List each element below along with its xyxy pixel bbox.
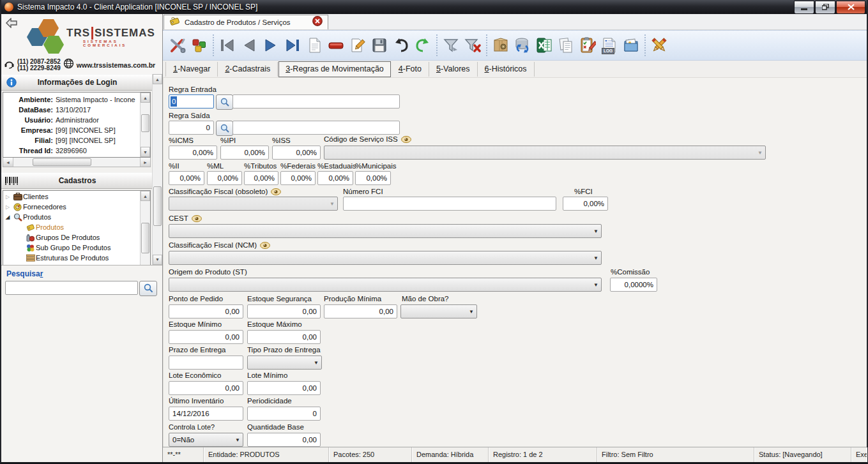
previous-record-icon[interactable] [238,34,260,57]
icms-input[interactable] [169,146,217,160]
lote-economico-input[interactable] [169,381,243,395]
regra-entrada-code-input[interactable]: 0 [169,94,214,109]
sidebar-scrollbar[interactable]: ▲ ▼ [152,74,162,265]
estoque-maximo-input[interactable] [247,330,321,344]
quantidade-base-input[interactable] [247,433,321,447]
copy-icon[interactable] [555,34,577,57]
section-cadastros[interactable]: Cadastros [1,172,152,189]
components-icon[interactable] [188,34,210,57]
tab-historicos[interactable]: 6-Históricos [478,62,535,77]
tree-item-sub-grupo-de-produtos[interactable]: Sub Grupo De Produtos [3,243,140,253]
expand-icon[interactable]: ▷ [3,204,12,210]
restore-button[interactable] [815,1,835,14]
tools-icon[interactable] [167,34,188,57]
comissao-input[interactable] [610,278,657,292]
last-record-icon[interactable] [282,34,303,57]
expand-icon[interactable]: ▷ [3,194,12,200]
ipi-input[interactable] [220,146,269,160]
scroll-up-icon[interactable]: ▲ [141,191,150,201]
tree-item-produtos[interactable]: Produtos [3,222,140,232]
design-icon[interactable] [648,34,670,57]
login-panel-scrollbar[interactable]: ▲ ▼ [140,93,150,157]
minimize-button[interactable] [794,1,814,14]
back-arrow-icon[interactable] [6,18,17,31]
search-input[interactable] [5,281,138,295]
attachments-icon[interactable] [620,34,642,57]
prazo-entrega-input[interactable] [169,355,243,370]
refresh-database-icon[interactable] [512,34,533,57]
scroll-down-icon[interactable]: ▼ [141,147,150,157]
search-label[interactable]: Pesquisar [6,269,157,278]
redo-icon[interactable] [412,34,434,57]
login-info-header[interactable]: Informações de Login [1,74,152,91]
numero-fci-input[interactable] [343,197,556,211]
ultimo-inventario-input[interactable] [169,407,243,421]
collapse-icon[interactable]: ◢ [3,214,12,220]
regra-entrada-lookup-button[interactable] [216,94,233,110]
first-record-icon[interactable] [217,34,238,57]
periodicidade-input[interactable] [247,407,321,421]
tree-item-produtos-group[interactable]: ◢ Produtos [3,212,140,222]
login-panel-hscrollbar[interactable]: ◄ ► [3,158,151,167]
export-excel-icon[interactable] [533,34,555,57]
origem-produto-select[interactable]: ▼ [169,278,602,292]
scroll-up-icon[interactable]: ▲ [153,74,162,84]
undo-icon[interactable] [390,34,412,57]
iss-input[interactable] [272,146,321,160]
fci-input[interactable] [563,197,608,211]
tab-navegar[interactable]: 1-Navegar [165,62,218,77]
municipais-input[interactable] [355,171,391,185]
tributos-input[interactable] [244,171,278,185]
tab-close-icon[interactable] [312,16,323,29]
tree-item-clientes[interactable]: ▷ Clientes [3,191,140,202]
mao-de-obra-select[interactable]: ▼ [400,304,477,318]
tab-valores[interactable]: 5-Valores [429,62,478,77]
tipo-prazo-entrega-select[interactable]: ▼ [247,355,322,370]
controla-lote-select[interactable]: 0=Não▼ [169,433,243,447]
audit-icon[interactable] [577,34,598,57]
scroll-right-icon[interactable]: ► [140,158,150,167]
save-record-icon[interactable] [369,34,390,57]
tab-foto[interactable]: 4-Foto [392,62,429,77]
cest-select[interactable]: ▼ [169,224,602,238]
tree-item-grupos-de-produtos[interactable]: Grupos De Produtos [3,232,140,243]
tree-scrollbar[interactable]: ▲ ▼ [140,191,150,296]
regra-saida-lookup-button[interactable] [216,121,233,136]
delete-record-icon[interactable] [325,34,347,57]
close-button[interactable] [836,1,865,14]
scrollbar-thumb[interactable] [153,186,162,226]
edit-record-icon[interactable] [347,34,369,57]
log-icon[interactable]: LOG [598,34,620,57]
ml-input[interactable] [207,171,242,185]
document-tab[interactable]: Cadastro de Produtos / Serviços [164,15,328,29]
tree-item-estruturas-de-produtos[interactable]: Estruturas De Produtos [3,253,140,263]
scroll-left-icon[interactable]: ◄ [3,158,13,167]
scrollbar-thumb[interactable] [33,158,91,166]
estoque-seguranca-input[interactable] [247,304,321,318]
scroll-up-icon[interactable]: ▲ [141,93,150,103]
scrollbar-thumb[interactable] [141,223,149,253]
estaduais-input[interactable] [317,171,353,185]
producao-minima-input[interactable] [324,304,397,318]
next-record-icon[interactable] [260,34,282,57]
regra-saida-desc-input[interactable] [232,121,400,135]
scrollbar-thumb[interactable] [141,114,149,132]
package-icon[interactable] [490,34,512,57]
tab-cadastrais[interactable]: 2-Cadastrais [218,62,278,77]
new-record-icon[interactable] [303,34,325,57]
cod-servico-iss-select[interactable]: ▼ [324,146,766,160]
tab-regras-de-movimentacao[interactable]: 3-Regras de Movimentação [278,61,391,77]
class-fiscal-ncm-select[interactable]: ▼ [169,251,602,265]
federais-input[interactable] [280,171,316,185]
tree-item-fornecedores[interactable]: ▷ Fornecedores [3,202,140,212]
regra-entrada-desc-input[interactable] [232,94,400,109]
clear-filter-icon[interactable] [462,34,483,57]
estoque-minimo-input[interactable] [169,330,243,344]
apply-filter-icon[interactable] [440,34,462,57]
class-fiscal-obsoleto-select[interactable]: ▼ [169,197,338,211]
ii-input[interactable] [169,171,204,185]
ponto-pedido-input[interactable] [169,304,243,318]
website-link[interactable]: www.trssistemas.com.br [77,61,155,69]
lote-minimo-input[interactable] [247,381,321,395]
scroll-down-icon[interactable]: ▼ [153,255,162,265]
